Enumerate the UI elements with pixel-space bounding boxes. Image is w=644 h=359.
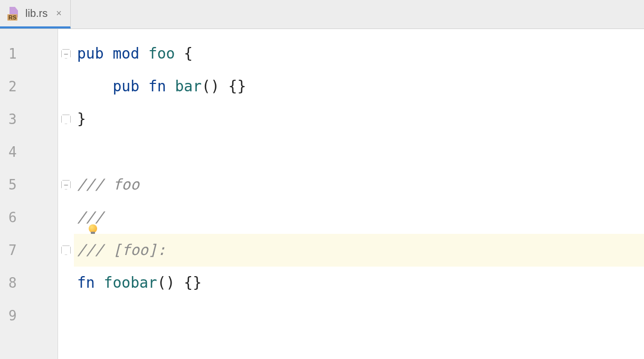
code-line[interactable]: /// foo [74, 168, 644, 201]
token-plain [166, 78, 175, 95]
line-number: 8 [0, 267, 58, 299]
line-number-gutter: 123456789 [0, 29, 58, 359]
token-fnname: foobar [104, 274, 157, 291]
line-number: 9 [0, 299, 58, 332]
code-line[interactable]: fn foobar() {} [74, 267, 644, 299]
token-fnname: bar [175, 78, 202, 95]
fold-cell [58, 201, 74, 234]
code-line[interactable]: pub fn bar() {} [74, 70, 644, 103]
code-line[interactable]: /// [74, 201, 644, 234]
line-number: 2 [0, 70, 58, 103]
token-kw: pub [77, 45, 104, 62]
code-area[interactable]: pub mod foo { pub fn bar() {}}/// foo///… [74, 29, 644, 359]
code-editor[interactable]: 123456789 −− pub mod foo { pub fn bar() … [0, 29, 644, 359]
fold-collapse-icon[interactable]: − [61, 180, 71, 190]
fold-end-icon[interactable] [61, 115, 71, 124]
token-plain: } [77, 110, 86, 128]
token-plain [139, 45, 148, 62]
fold-cell: − [58, 37, 74, 70]
token-plain [77, 78, 112, 95]
fold-cell [58, 299, 74, 332]
line-number: 6 [0, 201, 58, 234]
close-icon[interactable]: × [56, 8, 62, 19]
tab-lib-rs[interactable]: RS lib.rs × [0, 0, 71, 29]
token-plain [95, 274, 104, 291]
token-comment: /// [foo]: [77, 241, 166, 259]
fold-cell [58, 267, 74, 299]
code-line[interactable]: pub mod foo { [74, 37, 644, 70]
line-number: 3 [0, 103, 58, 136]
token-kw: mod [112, 45, 139, 62]
fold-cell [58, 103, 74, 136]
code-line[interactable]: /// [foo]: [74, 234, 644, 267]
rust-file-icon: RS [7, 7, 20, 20]
token-comment: /// foo [77, 176, 139, 193]
tab-bar: RS lib.rs × [0, 0, 644, 29]
line-number: 4 [0, 136, 58, 168]
fold-end-icon[interactable] [61, 245, 71, 255]
fold-cell [58, 234, 74, 267]
line-number: 7 [0, 234, 58, 267]
line-number: 5 [0, 168, 58, 201]
token-kw: pub [112, 78, 139, 95]
fold-gutter: −− [58, 29, 74, 359]
token-kw: fn [77, 274, 95, 291]
token-fnname: foo [148, 45, 175, 62]
intention-bulb-icon[interactable] [88, 224, 98, 234]
token-plain [104, 45, 113, 62]
fold-cell: − [58, 168, 74, 201]
token-kw: fn [148, 78, 166, 95]
token-plain: { [175, 45, 193, 62]
code-line[interactable] [74, 136, 644, 168]
token-plain [139, 78, 148, 95]
line-number: 1 [0, 37, 58, 70]
token-plain: () {} [202, 78, 246, 95]
token-comment: /// [77, 209, 104, 226]
token-plain: () {} [157, 274, 202, 291]
fold-collapse-icon[interactable]: − [61, 49, 71, 59]
rust-badge: RS [7, 14, 17, 21]
code-line[interactable]: } [74, 103, 644, 136]
fold-cell [58, 136, 74, 168]
fold-cell [58, 70, 74, 103]
code-line[interactable] [74, 299, 644, 332]
tab-label: lib.rs [25, 7, 48, 20]
